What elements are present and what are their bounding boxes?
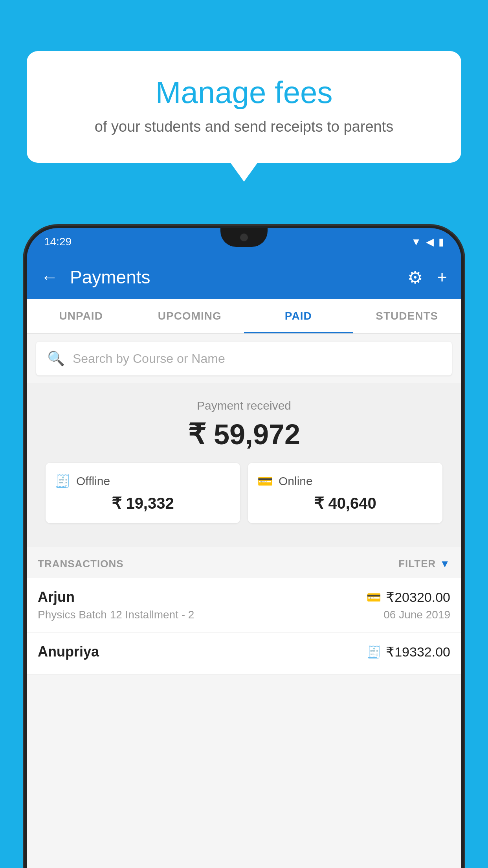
transaction-amount: 💳 ₹20320.00 bbox=[367, 589, 450, 605]
tab-upcoming[interactable]: UPCOMING bbox=[136, 299, 244, 333]
online-payment-card: 💳 Online ₹ 40,640 bbox=[248, 463, 442, 523]
offline-card-header: 🧾 Offline bbox=[55, 474, 231, 489]
status-time: 14:29 bbox=[44, 235, 72, 248]
online-card-header: 💳 Online bbox=[257, 474, 433, 489]
status-icons: ▼ ◀ ▮ bbox=[411, 236, 444, 248]
offline-payment-card: 🧾 Offline ₹ 19,332 bbox=[46, 463, 240, 523]
search-icon: 🔍 bbox=[47, 350, 65, 367]
online-label: Online bbox=[279, 474, 313, 488]
course-info: Physics Batch 12 Installment - 2 bbox=[38, 609, 194, 621]
app-content: ← Payments ⚙ + UNPAID UPCOMING PAID STUD… bbox=[27, 256, 461, 868]
filter-icon: ▼ bbox=[440, 558, 450, 570]
payment-total-amount: ₹ 59,972 bbox=[36, 418, 452, 451]
student-name: Arjun bbox=[38, 589, 75, 605]
app-title: Payments bbox=[70, 267, 396, 288]
transaction-row[interactable]: Arjun 💳 ₹20320.00 Physics Batch 12 Insta… bbox=[27, 578, 461, 633]
battery-icon: ▮ bbox=[438, 236, 444, 248]
offline-icon: 🧾 bbox=[55, 474, 71, 489]
payment-summary: Payment received ₹ 59,972 🧾 Offline ₹ 19… bbox=[27, 383, 461, 547]
search-input[interactable]: Search by Course or Name bbox=[73, 351, 225, 366]
payment-type-icon: 🧾 bbox=[367, 645, 381, 659]
tab-students[interactable]: STUDENTS bbox=[353, 299, 462, 333]
amount-value: ₹19332.00 bbox=[386, 644, 450, 660]
signal-icon: ◀ bbox=[426, 236, 434, 248]
payment-received-label: Payment received bbox=[36, 399, 452, 412]
offline-label: Offline bbox=[76, 474, 110, 488]
wifi-icon: ▼ bbox=[411, 236, 421, 248]
bubble-title: Manage fees bbox=[46, 75, 442, 110]
payment-type-icon: 💳 bbox=[367, 590, 381, 604]
payment-cards: 🧾 Offline ₹ 19,332 💳 Online ₹ 40,640 bbox=[36, 463, 452, 535]
app-bar: ← Payments ⚙ + bbox=[27, 256, 461, 299]
transactions-label: TRANSACTIONS bbox=[38, 558, 124, 570]
settings-icon[interactable]: ⚙ bbox=[407, 267, 423, 287]
online-icon: 💳 bbox=[257, 474, 273, 489]
filter-label: FILTER bbox=[398, 558, 436, 570]
phone-frame: 14:29 ▼ ◀ ▮ ← Payments ⚙ + UNPAID UPCOMI… bbox=[27, 228, 461, 868]
transaction-date: 06 June 2019 bbox=[383, 609, 450, 621]
notch bbox=[220, 228, 268, 247]
back-button[interactable]: ← bbox=[41, 267, 58, 287]
transaction-top: Arjun 💳 ₹20320.00 bbox=[38, 589, 450, 605]
transaction-amount: 🧾 ₹19332.00 bbox=[367, 644, 450, 660]
online-amount: ₹ 40,640 bbox=[257, 494, 433, 512]
transactions-header: TRANSACTIONS FILTER ▼ bbox=[27, 547, 461, 578]
camera-dot bbox=[240, 234, 248, 241]
transaction-row[interactable]: Anupriya 🧾 ₹19332.00 bbox=[27, 633, 461, 675]
tab-paid[interactable]: PAID bbox=[244, 299, 353, 333]
bubble-subtitle: of your students and send receipts to pa… bbox=[46, 118, 442, 135]
offline-amount: ₹ 19,332 bbox=[55, 494, 231, 512]
tabs-bar: UNPAID UPCOMING PAID STUDENTS bbox=[27, 299, 461, 334]
student-name: Anupriya bbox=[38, 644, 99, 660]
add-icon[interactable]: + bbox=[437, 267, 447, 287]
app-bar-actions: ⚙ + bbox=[407, 267, 447, 287]
filter-button[interactable]: FILTER ▼ bbox=[398, 558, 450, 570]
transaction-bottom: Physics Batch 12 Installment - 2 06 June… bbox=[38, 609, 450, 621]
tab-unpaid[interactable]: UNPAID bbox=[27, 299, 136, 333]
search-bar[interactable]: 🔍 Search by Course or Name bbox=[36, 342, 452, 375]
amount-value: ₹20320.00 bbox=[386, 589, 450, 605]
transaction-top: Anupriya 🧾 ₹19332.00 bbox=[38, 644, 450, 660]
status-bar: 14:29 ▼ ◀ ▮ bbox=[27, 228, 461, 256]
speech-bubble: Manage fees of your students and send re… bbox=[27, 51, 461, 163]
